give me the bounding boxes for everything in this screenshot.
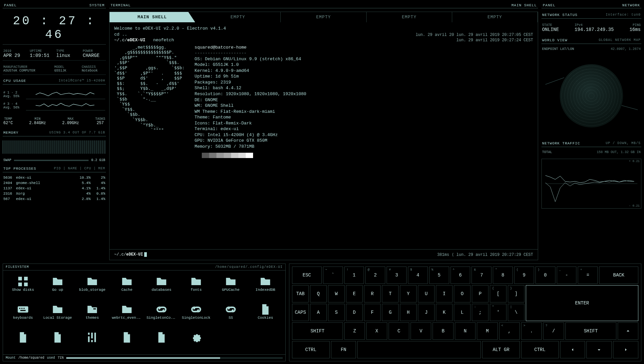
key-arrow-right[interactable] [613, 341, 638, 358]
key-h[interactable]: H [400, 304, 417, 321]
key-arrow-up[interactable] [618, 322, 638, 340]
fs-item-unnamed[interactable] [112, 331, 142, 350]
key-'[interactable]: "' [490, 304, 506, 321]
fs-item-unnamed[interactable] [8, 331, 38, 350]
key-p[interactable]: P [472, 285, 488, 302]
key-,[interactable]: <, [499, 322, 520, 340]
fs-item-cookies[interactable]: Cookies [250, 303, 281, 326]
key-c[interactable]: C [389, 322, 409, 340]
key-x[interactable]: X [366, 322, 387, 340]
tab-main-shell[interactable]: MAIN SHELL [110, 12, 195, 22]
key-tab[interactable]: TAB [292, 285, 309, 302]
process-list: 5636edex-ui10.3%2%2404gnome-shell5.4%4%1… [3, 175, 106, 202]
key-8[interactable]: *8 [493, 267, 513, 284]
svg-rect-6 [19, 308, 20, 309]
key-a[interactable]: A [310, 304, 327, 321]
key-s[interactable]: S [328, 304, 345, 321]
key-r[interactable]: R [364, 285, 381, 302]
key-caps[interactable]: CAPS [292, 304, 309, 321]
process-row[interactable]: 567edex-ui2.8%1.4% [3, 196, 106, 202]
key-shift[interactable]: SHIFT [292, 322, 343, 340]
fs-item-keyboards[interactable]: keyboards [8, 303, 38, 326]
key-z[interactable]: Z [344, 322, 365, 340]
key-j[interactable]: J [418, 304, 435, 321]
key-f[interactable]: F [364, 304, 381, 321]
tab-empty[interactable]: EMPTY [367, 12, 452, 22]
key-arrow-left[interactable] [560, 341, 585, 358]
key-=[interactable]: += [578, 267, 598, 284]
fs-item-unnamed[interactable] [42, 331, 73, 350]
fs-item-ss[interactable]: SS [215, 303, 246, 326]
key-y[interactable]: Y [400, 285, 417, 302]
fs-item-local-storage[interactable]: Local Storage [42, 303, 73, 326]
fs-item-gpucache[interactable]: GPUCache [215, 275, 246, 298]
key-w[interactable]: W [328, 285, 345, 302]
key-ctrl-right[interactable]: CTRL [521, 341, 559, 358]
process-row[interactable]: 2404gnome-shell5.4%4% [3, 180, 106, 186]
key-b[interactable]: B [433, 322, 453, 340]
key-space[interactable] [357, 341, 481, 358]
key-[[interactable]: {[ [490, 285, 506, 302]
fs-item-show-disks[interactable]: Show disks [8, 275, 38, 298]
fs-item-fonts[interactable]: fonts [181, 275, 211, 298]
key-o[interactable]: O [454, 285, 471, 302]
fs-item-singletonco-[interactable]: SingletonCo... [146, 303, 177, 326]
key-6[interactable]: ^6 [451, 267, 471, 284]
key-/[interactable]: ?/ [543, 322, 564, 340]
key-u[interactable]: U [418, 285, 435, 302]
terminal-input-line[interactable]: ~/.c/eDEX-UI 381ms ⟨ lun. 29 avril 2019 … [110, 249, 538, 260]
fs-item-themes[interactable]: themes [77, 303, 108, 326]
key--[interactable]: _- [557, 267, 577, 284]
key-3[interactable]: #3 [387, 267, 407, 284]
key-.[interactable]: >. [521, 322, 542, 340]
fs-item-unnamed[interactable] [181, 331, 211, 350]
key-5[interactable]: %5 [429, 267, 449, 284]
key-fn[interactable]: FN [331, 341, 356, 358]
key-k[interactable]: K [436, 304, 453, 321]
key-0[interactable]: )0 [535, 267, 555, 284]
terminal-body[interactable]: Welcome to eDEX-UI v2.2.0 - Electron v4.… [110, 22, 538, 249]
key-back[interactable]: BACK [599, 267, 638, 284]
key-enter[interactable]: ENTER [526, 285, 638, 321]
key-l[interactable]: L [454, 304, 471, 321]
key-d[interactable]: D [346, 304, 363, 321]
fs-item-go-up[interactable]: Go up [42, 275, 73, 298]
key-esc[interactable]: ESC [292, 267, 322, 284]
fs-item-unnamed[interactable] [77, 331, 108, 350]
tab-empty[interactable]: EMPTY [281, 12, 366, 22]
key-;[interactable]: :; [472, 304, 488, 321]
tab-empty[interactable]: EMPTY [452, 12, 538, 22]
fs-item-cache[interactable]: Cache [112, 275, 142, 298]
process-row[interactable]: 2316Xorg4%0.8% [3, 191, 106, 196]
key-\[interactable]: |\ [508, 304, 524, 321]
fs-item-blob-storage[interactable]: blob_storage [77, 275, 108, 298]
key-n[interactable]: N [455, 322, 476, 340]
fs-item-webrtc-even-[interactable]: webrtc_even... [112, 303, 142, 326]
key-2[interactable]: @2 [365, 267, 385, 284]
process-row[interactable]: 1137edex-ui4.1%1.4% [3, 186, 106, 191]
key-shift[interactable]: SHIFT [565, 322, 616, 340]
key-q[interactable]: Q [310, 285, 327, 302]
process-row[interactable]: 5636edex-ui10.3%2% [3, 175, 106, 180]
key-4[interactable]: $4 [408, 267, 428, 284]
fs-item-unnamed[interactable] [146, 331, 177, 350]
key-`[interactable]: ~` [323, 267, 343, 284]
fs-item-singletonlock[interactable]: SingletonLock [181, 303, 211, 326]
key-i[interactable]: I [436, 285, 453, 302]
key-g[interactable]: G [382, 304, 399, 321]
key-altgr[interactable]: ALT GR [482, 341, 520, 358]
key-e[interactable]: E [346, 285, 363, 302]
key-9[interactable]: (9 [514, 267, 534, 284]
key-arrow-down[interactable] [586, 341, 612, 358]
fs-item-databases[interactable]: databases [146, 275, 177, 298]
key-ctrl[interactable]: CTRL [292, 341, 330, 358]
tab-empty[interactable]: EMPTY [195, 12, 281, 22]
terminal[interactable]: MAIN SHELLEMPTYEMPTYEMPTYEMPTY Welcome t… [109, 12, 538, 260]
key-7[interactable]: &7 [472, 267, 491, 284]
key-][interactable]: }] [508, 285, 524, 302]
key-1[interactable]: !1 [344, 267, 364, 284]
fs-item-indexeddb[interactable]: IndexedDB [250, 275, 281, 298]
key-m[interactable]: M [477, 322, 497, 340]
key-v[interactable]: V [411, 322, 431, 340]
key-t[interactable]: T [382, 285, 399, 302]
